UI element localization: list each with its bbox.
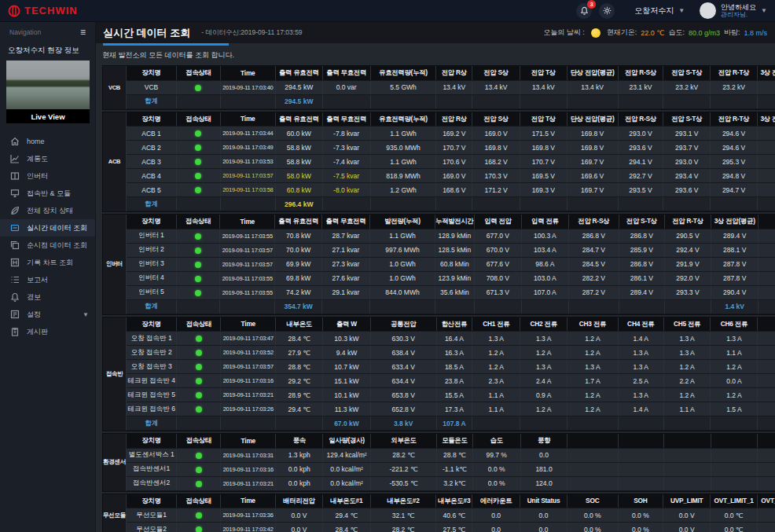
humidity-value: 80.0 g/m3 (689, 29, 720, 37)
cell: 997.6 MWh (369, 243, 435, 257)
cell: 1.2 A (472, 346, 520, 360)
sidebar-item-alarm[interactable]: 경보 (0, 288, 95, 306)
cell: 1.2 A (567, 332, 619, 346)
cell: 70.8 kW (275, 229, 322, 243)
cell: 60.0 kW (275, 127, 322, 141)
cell: 17.3 A (436, 402, 472, 416)
header-cell: CH3 전류 (567, 317, 619, 332)
live-view-button[interactable]: Live View (6, 109, 90, 123)
notification-badge: 3 (587, 0, 596, 9)
sidebar-item-inverter[interactable]: 인버터 (0, 167, 95, 185)
cell (436, 94, 472, 108)
table-row: ACB 12019-09-11 17:03:4460.0 kW-7.8 kvar… (127, 127, 775, 141)
cell: VCB (127, 80, 177, 94)
cell (758, 476, 775, 490)
cell: 2019-09-11 17:03:16 (221, 462, 276, 476)
cell (663, 197, 711, 211)
cell (474, 299, 521, 314)
cell: 0.0 V (663, 508, 711, 523)
cell: 28.9 ℃ (276, 388, 323, 402)
cell: 1.2 A (472, 360, 520, 374)
header-cell: OVT_LIMIT_2 (758, 494, 775, 508)
cell: 2.3 A (472, 374, 520, 388)
sidebar-item-panel-module[interactable]: 접속반 & 모듈 (0, 185, 95, 202)
cell: -221.2 ℃ (371, 462, 437, 476)
cell: 818.9 MWh (370, 169, 436, 183)
sidebar-item-settings[interactable]: 설정▼ (0, 306, 95, 323)
header-cell (567, 434, 619, 448)
cell: 844.0 MWh (369, 285, 435, 299)
header-cell: 접속상태 (177, 494, 221, 508)
sidebar-item-label: 접속반 & 모듈 (27, 189, 71, 199)
table-row: 인버터 32019-09-11 17:03:5769.9 kW27.3 kvar… (127, 257, 775, 271)
notifications-button[interactable]: 3 (576, 3, 592, 19)
sidebar-item-history-chart[interactable]: 기록 차트 조회 (0, 254, 95, 271)
cell: 0.0 kph (276, 462, 323, 476)
cell (177, 374, 221, 388)
sidebar-item-home[interactable]: home (0, 133, 95, 150)
cell: 28.7 kvar (322, 229, 370, 243)
cell: 58.8 kW (275, 155, 322, 169)
sidebar-item-realtime-data[interactable]: 실시간 데이터 조회 (0, 219, 95, 237)
cell: 287.8 V (711, 271, 758, 285)
cell: 1.3 kph (276, 448, 323, 462)
cell: 27.9 ℃ (276, 346, 323, 360)
cell (177, 141, 221, 155)
header-cell: CH1 전류 (472, 317, 520, 332)
chevron-down-icon: ▼ (761, 7, 767, 14)
cell: 0.0 kcal/m² (323, 462, 371, 476)
group-table: 장치명접속상태Time출력 유효전력출력 무효전력발전량(누적)누적발전시간입력… (127, 215, 775, 314)
cell: 169.8 V (567, 141, 618, 155)
cell: 32.1 ℃ (370, 508, 436, 523)
cell: 652.8 V (370, 402, 436, 416)
sidebar-item-label: 실시간 데이터 조회 (27, 223, 87, 233)
cell (619, 299, 665, 314)
leaf-icon (10, 206, 20, 215)
site-selector[interactable]: 오창저수지 ▼ (634, 6, 685, 17)
user-menu[interactable]: 안녕하세요 관리자님. ▼ (700, 2, 767, 19)
cell (757, 197, 775, 211)
techwin-logo-icon (8, 5, 20, 17)
cell: 27.1 kvar (322, 243, 370, 257)
status-dot-green (196, 350, 202, 356)
status-dot-green (195, 262, 201, 268)
header-cell: 3상 전압(평균) (757, 66, 775, 80)
header-cell (758, 317, 775, 332)
cell (711, 94, 758, 108)
cell: 1.3 A (618, 360, 663, 374)
cell (758, 346, 775, 360)
header-cell: 유효전력량(누적) (370, 112, 436, 127)
cell: 인버터 1 (127, 229, 176, 243)
cell: 접속반센서2 (127, 476, 177, 490)
settings-button[interactable] (599, 3, 615, 19)
header-cell: UVP_LIMIT (663, 494, 711, 508)
sidebar-item-report[interactable]: 보고서 (0, 271, 95, 288)
cell (436, 197, 472, 211)
cell: -7.3 kvar (322, 141, 370, 155)
cell: -7.8 kvar (322, 127, 370, 141)
cell (619, 476, 664, 490)
status-dot-green (196, 364, 202, 370)
cell (177, 448, 221, 462)
cell: 1.2 A (711, 360, 758, 374)
cell (220, 94, 275, 108)
header-cell: 전압 R-S상 (618, 66, 663, 80)
cell (567, 416, 619, 431)
sidebar-item-label: 전체 장치 상태 (27, 206, 73, 216)
cell: 0.0 % (618, 523, 663, 532)
sidebar-item-diagram[interactable]: 계통도 (0, 150, 95, 167)
sidebar-item-instant-data[interactable]: 순시점 데이터 조회 (0, 237, 95, 254)
sidebar-item-device-status[interactable]: 전체 장치 상태 (0, 202, 95, 219)
header-cell: 전압 R-S상 (568, 215, 619, 229)
cell: 294.6 V (711, 141, 758, 155)
header-row: 장치명접속상태Time배터리전압내부온도#1내부온도#2내부온도#3에러카운트U… (127, 494, 775, 508)
cell (619, 462, 664, 476)
cell: 0.0 V (276, 508, 323, 523)
cell: 무선모듈1 (127, 508, 177, 523)
hamburger-menu-icon[interactable]: ≡ (80, 28, 86, 36)
header-cell: 입력 전압 (474, 215, 521, 229)
status-dot-green (196, 336, 202, 342)
group-label: 접속반 (103, 317, 127, 431)
sidebar-item-board[interactable]: 게시판 (0, 323, 95, 340)
cell: 284.7 V (568, 243, 619, 257)
